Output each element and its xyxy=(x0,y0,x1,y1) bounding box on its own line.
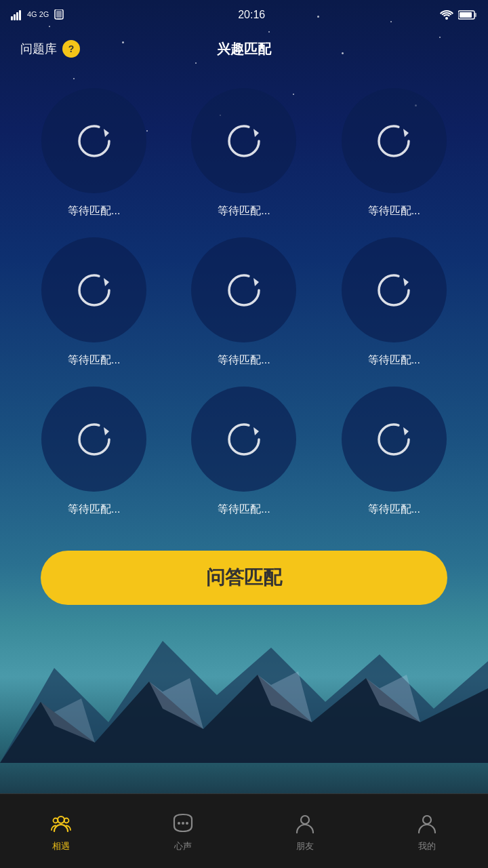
svg-marker-26 xyxy=(253,278,259,286)
refresh-icon-8 xyxy=(226,422,262,457)
grid-item-3[interactable]: 等待匹配... xyxy=(327,88,461,218)
waiting-label-3: 等待匹配... xyxy=(368,204,420,218)
svg-marker-32 xyxy=(253,427,259,435)
grid-item-5[interactable]: 等待匹配... xyxy=(177,237,310,368)
waiting-label-1: 等待匹配... xyxy=(68,204,120,218)
nav-item-voice[interactable]: 心声 xyxy=(122,804,244,859)
avatar-circle-3[interactable] xyxy=(342,88,447,193)
waiting-label-7: 等待匹配... xyxy=(68,502,120,517)
avatar-circle-6[interactable] xyxy=(342,237,447,342)
svg-rect-8 xyxy=(16,12,18,20)
svg-rect-11 xyxy=(56,11,62,18)
waiting-label-9: 等待匹配... xyxy=(368,502,420,517)
waiting-label-5: 等待匹配... xyxy=(218,353,270,368)
refresh-icon-6 xyxy=(376,273,411,308)
grid-item-2[interactable]: 等待匹配... xyxy=(177,88,310,218)
match-button[interactable]: 问答匹配 xyxy=(41,551,447,605)
refresh-icon-2 xyxy=(226,123,262,159)
nav-label-mine: 我的 xyxy=(418,840,436,852)
svg-marker-20 xyxy=(253,129,259,137)
svg-point-40 xyxy=(186,822,188,825)
svg-rect-12 xyxy=(57,18,61,20)
refresh-icon-9 xyxy=(376,422,411,457)
svg-marker-28 xyxy=(403,278,409,286)
avatar-circle-9[interactable] xyxy=(342,387,447,492)
nav-label-friends: 朋友 xyxy=(296,840,314,852)
svg-point-41 xyxy=(301,816,309,824)
nav-icon-friends xyxy=(292,810,318,836)
svg-marker-34 xyxy=(403,427,409,435)
grid-item-8[interactable]: 等待匹配... xyxy=(177,387,310,517)
status-time: 20:16 xyxy=(238,9,265,21)
svg-marker-30 xyxy=(104,427,109,435)
svg-rect-15 xyxy=(460,12,472,18)
svg-rect-16 xyxy=(474,13,476,17)
grid-item-9[interactable]: 等待匹配... xyxy=(327,387,461,517)
nav-item-mine[interactable]: 我的 xyxy=(366,804,488,859)
refresh-icon-5 xyxy=(226,273,262,308)
avatar-circle-1[interactable] xyxy=(41,88,146,193)
svg-marker-24 xyxy=(104,278,109,286)
nav-label-meet: 相遇 xyxy=(52,840,70,852)
avatar-circle-5[interactable] xyxy=(191,237,296,342)
status-bar: 4G 2G 20:16 xyxy=(0,0,488,30)
matching-grid: 等待匹配... 等待匹配... 等待匹配... 等待匹配... xyxy=(0,68,488,530)
question-mark-icon: ? xyxy=(62,40,80,58)
nav-icon-mine xyxy=(414,810,440,836)
nav-item-meet[interactable]: 相遇 xyxy=(0,804,122,859)
question-bank-label: 问题库 xyxy=(20,41,57,57)
svg-rect-9 xyxy=(19,10,21,20)
grid-item-7[interactable]: 等待匹配... xyxy=(27,387,161,517)
refresh-icon-7 xyxy=(77,422,112,457)
refresh-icon-3 xyxy=(376,123,411,159)
svg-rect-6 xyxy=(11,16,13,20)
avatar-circle-2[interactable] xyxy=(191,88,296,193)
nav-item-friends[interactable]: 朋友 xyxy=(244,804,366,859)
avatar-circle-7[interactable] xyxy=(41,387,146,492)
svg-rect-7 xyxy=(14,14,16,20)
network-info: 4G 2G xyxy=(11,9,64,20)
match-button-container: 问答匹配 xyxy=(0,537,488,618)
bottom-navigation: 相遇 心声 朋友 我的 xyxy=(0,793,488,868)
page-title: 兴趣匹配 xyxy=(217,40,271,58)
svg-marker-22 xyxy=(403,129,409,137)
avatar-circle-8[interactable] xyxy=(191,387,296,492)
grid-item-1[interactable]: 等待匹配... xyxy=(27,88,161,218)
svg-point-39 xyxy=(182,822,184,825)
nav-icon-meet xyxy=(48,810,74,836)
svg-point-38 xyxy=(178,822,180,825)
nav-icon-voice xyxy=(170,810,196,836)
waiting-label-8: 等待匹配... xyxy=(218,502,270,517)
refresh-icon-1 xyxy=(77,123,112,159)
avatar-circle-4[interactable] xyxy=(41,237,146,342)
waiting-label-6: 等待匹配... xyxy=(368,353,420,368)
grid-item-6[interactable]: 等待匹配... xyxy=(327,237,461,368)
svg-point-35 xyxy=(58,816,64,823)
header: 问题库 ? 兴趣匹配 xyxy=(0,30,488,68)
waiting-label-2: 等待匹配... xyxy=(218,204,270,218)
svg-point-13 xyxy=(445,17,448,20)
question-bank-btn[interactable]: 问题库 ? xyxy=(20,40,80,58)
grid-item-4[interactable]: 等待匹配... xyxy=(27,237,161,368)
refresh-icon-4 xyxy=(77,273,112,308)
network-text: 4G 2G xyxy=(27,10,49,19)
waiting-label-4: 等待匹配... xyxy=(68,353,120,368)
svg-marker-18 xyxy=(104,129,109,137)
nav-label-voice: 心声 xyxy=(174,840,192,852)
status-icons xyxy=(439,9,477,20)
svg-point-42 xyxy=(423,816,431,824)
